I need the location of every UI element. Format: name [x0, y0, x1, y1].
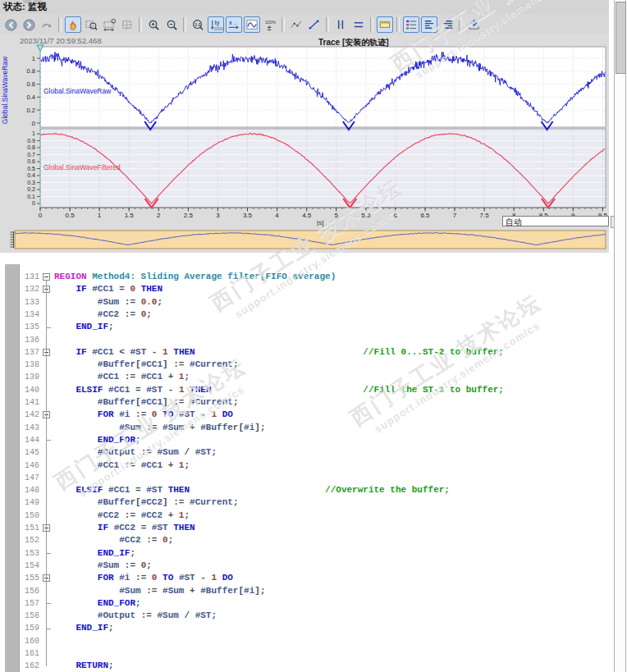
code-line[interactable]: 155 FOR #i := 0 TO #ST - 1 DO [0, 572, 609, 585]
code-text: END_IF; [54, 623, 114, 633]
interpolated-line-icon[interactable] [306, 16, 323, 33]
code-line[interactable]: 156 #Sum := #Sum + #Buffer[#i]; [0, 585, 609, 598]
raw-plot-area[interactable] [40, 47, 606, 127]
code-line[interactable]: 138 #Buffer[#CC1] := #Current; [0, 359, 609, 372]
svg-text:±: ± [267, 23, 271, 31]
scale-shift-icon[interactable]: 100%± [262, 16, 278, 33]
fold-toggle[interactable] [43, 524, 50, 532]
vertical-cursors-icon[interactable] [332, 16, 349, 33]
code-line[interactable]: 142 FOR #i := 0 TO #ST - 1 DO [0, 409, 609, 422]
line-number: 139 [21, 373, 39, 382]
line-number: 142 [21, 410, 39, 419]
zoom-original-icon[interactable]: 1:1 [190, 16, 206, 33]
fold-toggle[interactable] [43, 286, 50, 293]
code-line[interactable]: 153 END_IF; [0, 547, 609, 560]
code-text: END_IF; [54, 322, 114, 331]
code-line[interactable]: 159 END_IF; [0, 622, 609, 635]
code-line[interactable]: 135 END_IF; [0, 321, 609, 334]
svg-text:0.2: 0.2 [27, 107, 35, 114]
line-number: 137 [21, 348, 39, 357]
svg-text:0.4: 0.4 [27, 172, 35, 178]
line-number: 145 [21, 448, 39, 457]
tia-trace-page: 状态: 监视 1:1ty100%x→100%± 10.80.60.40.2010… [0, 0, 627, 672]
code-line[interactable]: 146 #CC1 := #CC1 + 1; [0, 459, 609, 473]
code-line[interactable]: 145 #Output := #Sum / #ST; [0, 446, 609, 459]
scrollbar-thumb[interactable] [616, 2, 626, 74]
export-measurement-icon[interactable] [465, 16, 482, 33]
legend-align-left-icon[interactable] [421, 16, 437, 33]
code-line[interactable]: 150 #CC2 := #CC2 + 1; [0, 510, 609, 523]
code-line[interactable]: 132 IF #CC1 = 0 THEN [0, 283, 609, 296]
code-line[interactable]: 131REGION Method4: Sliding Average filte… [0, 271, 609, 284]
toolbar-separator [459, 17, 462, 32]
code-line[interactable]: 143 #Sum := #Sum + #Buffer[#i]; [0, 422, 609, 435]
code-line[interactable]: 161 [0, 647, 609, 661]
code-line[interactable]: 152 #CC2 := 0; [0, 534, 609, 547]
svg-text:7: 7 [453, 212, 457, 219]
code-line[interactable]: 134 #CC2 := 0; [0, 309, 609, 322]
fold-toggle[interactable] [43, 411, 50, 418]
code-text: FOR #i := 0 TO #ST - 1 DO [54, 573, 233, 583]
svg-text:0: 0 [32, 120, 35, 127]
fold-toggle[interactable] [43, 349, 50, 356]
line-number: 158 [21, 611, 39, 620]
svg-text:7.5: 7.5 [480, 212, 490, 219]
code-line[interactable]: 139 #CC1 := #CC1 + 1; [0, 371, 609, 384]
code-line[interactable]: 148 ELSIF #CC1 = #ST THEN //Overwrite th… [0, 484, 609, 497]
code-line[interactable]: 160 [0, 635, 609, 648]
line-number: 152 [21, 536, 39, 545]
code-line[interactable]: 144 END_FOR; [0, 434, 609, 447]
snap-ruler-icon[interactable] [377, 16, 393, 33]
code-text: #Output := #Sum / #ST; [54, 610, 217, 620]
horizontal-cursors-icon[interactable] [350, 16, 367, 33]
svg-text:100%: 100% [213, 26, 222, 30]
line-number: 134 [21, 310, 39, 319]
code-line[interactable]: 154 #Sum := 0; [0, 560, 609, 573]
code-line[interactable]: 140 ELSIF #CC1 = #ST - 1 THEN //Fill the… [0, 384, 609, 397]
code-line[interactable]: 141 #Buffer[#CC1] := #Current; [0, 396, 609, 409]
zoom-region-x-icon[interactable] [101, 16, 117, 33]
svg-text:0.6: 0.6 [27, 158, 35, 164]
svg-text:4: 4 [275, 212, 279, 219]
scale-y-auto-icon[interactable]: ty100% [208, 16, 224, 33]
pan-hand-icon[interactable] [65, 16, 81, 33]
code-line[interactable]: 136 [0, 334, 609, 347]
nav-back-icon[interactable] [2, 16, 19, 33]
code-text: ELSIF #CC1 = #ST THEN //Overwrite the bu… [54, 485, 450, 495]
code-line[interactable]: 149 #Buffer[#CC2] := #Current; [0, 496, 609, 510]
samples-line-icon[interactable] [288, 16, 304, 33]
fit-view-icon[interactable] [244, 16, 260, 33]
code-line[interactable]: 147 [0, 472, 609, 485]
zoom-region-icon[interactable] [83, 16, 99, 33]
line-number: 141 [21, 398, 39, 407]
code-line[interactable]: 162 RETURN; [0, 660, 609, 672]
legend-align-right-icon[interactable] [439, 16, 455, 33]
line-number: 131 [21, 272, 39, 281]
code-line[interactable]: 137 IF #CC1 < #ST - 1 THEN //Fill 0...ST… [0, 346, 609, 359]
vertical-scrollbar[interactable] [614, 0, 626, 672]
nav-forward-icon[interactable] [21, 16, 37, 33]
toolbar-separator [326, 17, 329, 32]
svg-text:0.4: 0.4 [27, 94, 35, 101]
code-text: IF #CC1 < #ST - 1 THEN //Fill 0...ST-2 t… [54, 347, 504, 357]
code-line[interactable]: 133 #Sum := 0.0; [0, 296, 609, 309]
svg-text:0.8: 0.8 [27, 144, 35, 150]
trace-overview[interactable] [15, 231, 606, 249]
legend-icon[interactable] [403, 16, 419, 33]
fold-toggle[interactable] [43, 574, 50, 582]
svg-text:0.8: 0.8 [27, 67, 35, 75]
line-number: 136 [21, 336, 39, 345]
zoom-in-icon[interactable] [145, 16, 162, 33]
scale-x-auto-icon[interactable]: x→ [226, 16, 242, 33]
line-number: 148 [21, 486, 39, 495]
fold-toggle[interactable] [43, 273, 50, 281]
pointer-mode-icon[interactable] [39, 16, 55, 33]
zoom-free-icon[interactable] [119, 16, 135, 33]
svg-text:4.5: 4.5 [302, 212, 312, 219]
code-line[interactable]: 158 #Output := #Sum / #ST; [0, 610, 609, 623]
time-range-select[interactable]: 自动 [502, 216, 609, 226]
code-line[interactable]: 151 IF #CC2 = #ST THEN [0, 522, 609, 535]
zoom-out-icon[interactable] [163, 16, 180, 33]
code-line[interactable]: 157 END_FOR; [0, 597, 609, 610]
line-number: 133 [21, 298, 39, 307]
